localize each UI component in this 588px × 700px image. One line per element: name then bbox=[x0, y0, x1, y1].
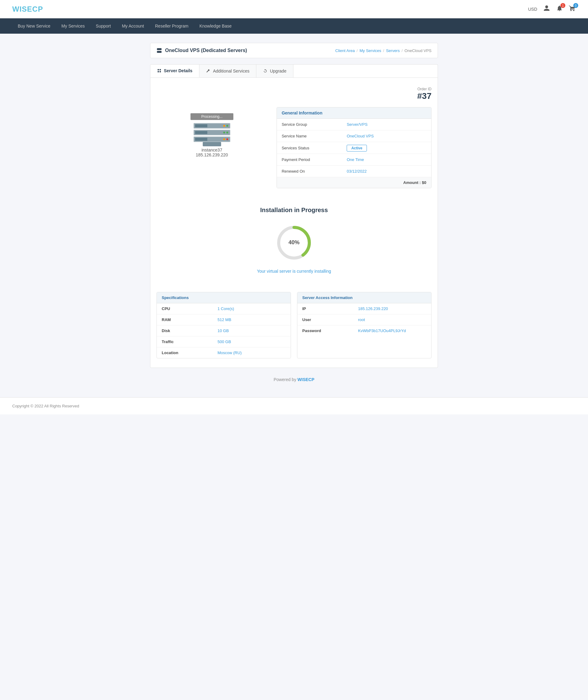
access-value-password: KvWbP3b17UOu4PL9JrYd bbox=[358, 328, 406, 333]
svg-rect-19 bbox=[203, 142, 221, 146]
nav-buy-new-service[interactable]: Buy New Service bbox=[12, 18, 56, 34]
spec-label-traffic: Traffic bbox=[162, 339, 217, 344]
nav-support[interactable]: Support bbox=[90, 18, 116, 34]
order-number: #37 bbox=[156, 91, 432, 101]
svg-point-12 bbox=[226, 132, 228, 133]
info-value-renewed: 03/12/2022 bbox=[347, 169, 367, 174]
footer-copyright: Copyright © 2022 All Rights Reserved bbox=[0, 397, 588, 414]
progress-ring: 40% bbox=[274, 223, 314, 263]
server-access-header: Server Access Information bbox=[298, 292, 431, 303]
installation-title: Installation in Progress bbox=[156, 207, 432, 214]
info-label-status: Services Status bbox=[282, 146, 347, 150]
logo[interactable]: WISECP bbox=[12, 5, 43, 13]
breadcrumb-client-area[interactable]: Client Area bbox=[335, 48, 355, 53]
wrench-icon bbox=[206, 69, 210, 73]
tab-server-details[interactable]: Server Details bbox=[150, 65, 199, 77]
top-right-controls: USD 1 0 bbox=[528, 5, 576, 13]
tab-upgrade-label: Upgrade bbox=[270, 69, 286, 73]
footer-brand: WISECP bbox=[298, 377, 314, 382]
svg-rect-6 bbox=[195, 124, 207, 127]
spec-row-disk: Disk 10 GB bbox=[157, 325, 290, 336]
svg-rect-16 bbox=[195, 138, 207, 141]
spec-label-ram: RAM bbox=[162, 317, 217, 322]
notifications-icon-btn[interactable]: 1 bbox=[556, 5, 563, 13]
svg-point-8 bbox=[223, 125, 225, 127]
general-info-header: General Information bbox=[277, 107, 431, 119]
progress-text: 40% bbox=[288, 239, 300, 245]
tab-upgrade[interactable]: Upgrade bbox=[256, 65, 293, 77]
info-row-service-name: Service Name OneCloud VPS bbox=[277, 130, 431, 142]
info-label-payment: Payment Period bbox=[282, 157, 347, 162]
svg-rect-11 bbox=[195, 131, 207, 134]
tabs-container: Server Details Additional Services Upgra… bbox=[150, 64, 438, 77]
server-icon bbox=[156, 48, 162, 53]
tab-server-details-label: Server Details bbox=[164, 68, 192, 73]
info-row-service-group: Service Group Server/VPS bbox=[277, 119, 431, 130]
info-value-service-group: Server/VPS bbox=[347, 122, 368, 127]
nav-my-services[interactable]: My Services bbox=[56, 18, 90, 34]
processing-badge: Processing... bbox=[190, 113, 233, 120]
svg-rect-0 bbox=[157, 48, 162, 50]
refresh-icon bbox=[263, 69, 267, 73]
nav-reseller-program[interactable]: Reseller Program bbox=[149, 18, 194, 34]
currency-selector[interactable]: USD bbox=[528, 7, 537, 12]
svg-rect-1 bbox=[157, 51, 162, 53]
spec-value-cpu: 1 Core(s) bbox=[217, 306, 234, 311]
order-id-label: Order ID bbox=[156, 87, 432, 91]
page-title: OneCloud VPS (Dedicated Servers) bbox=[165, 48, 247, 53]
notifications-badge: 1 bbox=[560, 3, 565, 8]
breadcrumb: Client Area / My Services / Servers / On… bbox=[335, 48, 432, 53]
user-icon-btn[interactable] bbox=[543, 5, 550, 13]
order-id-block: Order ID #37 bbox=[156, 87, 432, 101]
svg-point-18 bbox=[223, 138, 225, 140]
spec-value-traffic: 500 GB bbox=[217, 339, 231, 344]
info-row-payment: Payment Period One Time bbox=[277, 154, 431, 166]
breadcrumb-servers[interactable]: Servers bbox=[386, 48, 400, 53]
details-grid: Processing... bbox=[156, 107, 432, 188]
access-label-password: Password bbox=[302, 328, 358, 333]
spec-label-cpu: CPU bbox=[162, 306, 217, 311]
progress-ring-container: 40% bbox=[156, 223, 432, 263]
page-header-title: OneCloud VPS (Dedicated Servers) bbox=[156, 48, 247, 53]
cart-icon-btn[interactable]: 0 bbox=[569, 5, 576, 13]
info-label-service-name: Service Name bbox=[282, 134, 347, 138]
logo-part2: CP bbox=[32, 5, 43, 13]
access-label-user: User bbox=[302, 317, 358, 322]
top-bar: WISECP USD 1 0 bbox=[0, 0, 588, 18]
general-info-panel: General Information Service Group Server… bbox=[276, 107, 432, 188]
logo-part1: WISE bbox=[12, 5, 32, 13]
specifications-panel: Specifications CPU 1 Core(s) RAM 512 MB … bbox=[156, 292, 291, 358]
breadcrumb-my-services[interactable]: My Services bbox=[360, 48, 381, 53]
spec-value-disk: 10 GB bbox=[217, 328, 229, 333]
tab-additional-services[interactable]: Additional Services bbox=[199, 65, 256, 77]
spec-value-ram: 512 MB bbox=[217, 317, 231, 322]
specs-grid: Specifications CPU 1 Core(s) RAM 512 MB … bbox=[156, 292, 432, 358]
copyright-text: Copyright © 2022 All Rights Reserved bbox=[12, 404, 79, 408]
nav-knowledge-base[interactable]: Knowledge Base bbox=[194, 18, 237, 34]
access-value-ip: 185.126.239.220 bbox=[358, 306, 388, 311]
access-value-user: root bbox=[358, 317, 365, 322]
spec-label-disk: Disk bbox=[162, 328, 217, 333]
spec-value-location: Moscow (RU) bbox=[217, 350, 241, 355]
access-row-ip: IP 185.126.239.220 bbox=[298, 303, 431, 314]
amount-row: Amount : $0 bbox=[277, 177, 431, 188]
info-value-payment: One Time bbox=[347, 157, 364, 162]
cart-badge: 0 bbox=[573, 3, 578, 8]
status-badge: Active bbox=[347, 145, 367, 150]
page-container: OneCloud VPS (Dedicated Servers) Client … bbox=[144, 43, 444, 388]
info-row-status: Services Status Active bbox=[277, 142, 431, 154]
info-label-service-group: Service Group bbox=[282, 122, 347, 127]
status-badge-active: Active bbox=[347, 145, 367, 152]
access-label-ip: IP bbox=[302, 306, 358, 311]
info-row-renewed: Renewed On 03/12/2022 bbox=[277, 166, 431, 177]
svg-point-13 bbox=[223, 132, 225, 133]
footer-powered: Powered by WISECP bbox=[150, 368, 438, 388]
installation-section: Installation in Progress 40% Your virtua… bbox=[156, 200, 432, 286]
server-ip: 185.126.239.220 bbox=[196, 152, 228, 157]
spec-row-cpu: CPU 1 Core(s) bbox=[157, 303, 290, 314]
server-name: instance37 bbox=[201, 148, 222, 152]
spec-row-traffic: Traffic 500 GB bbox=[157, 336, 290, 347]
nav-my-account[interactable]: My Account bbox=[116, 18, 149, 34]
installation-note: Your virtual server is currently install… bbox=[156, 269, 432, 274]
access-row-user: User root bbox=[298, 314, 431, 325]
